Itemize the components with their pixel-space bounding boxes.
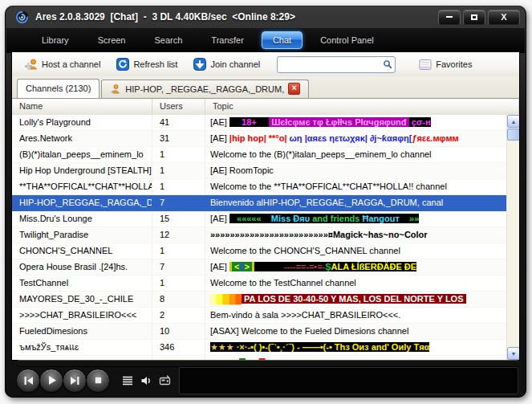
topic-segment: [AE] RoomTopic (210, 165, 274, 175)
channel-row[interactable]: Miss.Dru's Lounge15[AE] ««««« Miss Ðяυ a… (12, 211, 506, 227)
topic-segment: Welcome to the **THA**OFFICAL**CHAT**HOL… (210, 182, 447, 191)
next-button[interactable] (63, 369, 87, 393)
topic-segment: ----==-=•=- (254, 262, 325, 271)
channel-row[interactable]: CHONCH'S_CHANNEL1Welcome to the CHONCH'S… (12, 243, 506, 259)
channel-row[interactable]: FueledDimesions10[ASAX] Welcome to the F… (12, 324, 506, 340)
tab-screen[interactable]: Screen (87, 31, 137, 49)
channel-name: HIP-HOP,_REGGAE,_RAGGA,_DRUM, (12, 195, 152, 210)
play-button[interactable] (39, 369, 63, 393)
list-header: Name Users Topic (12, 99, 519, 116)
channel-row[interactable]: Hip Hop Underground [STEALTH]1[AE] RoomT… (12, 163, 506, 179)
topic-segment: Bienvenido alHIP-HOP,_REGGAE,_RAGGA,_DRU… (210, 198, 443, 207)
channel-topic: Welcome to the TestChannel channel (205, 275, 506, 291)
tab-transfer[interactable]: Transfer (200, 31, 255, 49)
volume-button[interactable] (140, 375, 152, 386)
radio-icon (159, 375, 171, 386)
player-progress-bar[interactable] (18, 360, 518, 367)
channel-row[interactable]: (B)(*)italan_peeps__eminem_lo1Welcome to… (12, 147, 506, 163)
topic-segment: ·×·-•( )•-(ˉ`•¸·´ˉ) - ——•(-• Thз Oиз and… (234, 342, 430, 352)
ares-window: Ares 2.0.8.3029 [Chat] - 3 DL 4.40KB/sec… (5, 6, 526, 398)
channel-row[interactable]: Opera House Brasil .[24]hs.7[AE] <0> ---… (12, 259, 506, 275)
nav-tabs: LibraryScreenSearchTransferChatControl P… (6, 28, 525, 53)
channel-users: 1 (152, 179, 205, 194)
topic-segment: »»»»»»»»»»»»»»»»»»»»»»»»¤Magick~has~no~C… (210, 230, 428, 239)
topic-segment: ƒяεε.мφмм (412, 133, 458, 143)
channel-row[interactable]: Ares.Network31[AE] |hip hop| **°o| ωη |α… (12, 131, 506, 147)
close-button[interactable]: X (488, 10, 520, 25)
topic-segment: █ (217, 294, 223, 304)
channel-topic: »»»»»»»»»»»»»»»»»»»»»»»»¤Magick~has~no~C… (205, 227, 506, 243)
host-channel-icon (24, 58, 38, 71)
minimize-button[interactable] (438, 10, 461, 25)
channel-list: Name Users Topic Lolly's Playground41[AE… (12, 98, 519, 360)
channel-search-input[interactable] (282, 59, 383, 70)
channel-users: 41 (152, 115, 205, 130)
topic-segment: > (245, 262, 252, 271)
column-header-users[interactable]: Users (152, 99, 205, 115)
channel-row[interactable]: **THA**OFFICAL**CHAT**HOLLA!!1Welcome to… (12, 179, 506, 195)
refresh-list-button[interactable]: Refresh list (111, 55, 183, 73)
join-channel-icon (193, 58, 206, 71)
tab-library[interactable]: Library (30, 31, 80, 49)
titlebar: Ares 2.0.8.3029 [Chat] - 3 DL 4.40KB/sec… (5, 6, 526, 28)
column-header-topic[interactable]: Topic (205, 99, 519, 115)
channel-users: 8 (152, 292, 205, 307)
channel-topic: Bem-vindo à sala >>>>CHAT_BRASILEIRO<<<. (205, 308, 506, 323)
channel-row[interactable]: HIP-HOP,_REGGAE,_RAGGA,_DRUM,7Bienvenido… (12, 195, 506, 211)
channel-row[interactable]: ъмъžЎѕ_тяѧแɛ346★★★ ·×·-•( )•-(ˉ`•¸·´ˉ) -… (12, 340, 506, 356)
topic-segment: Ş (325, 262, 331, 271)
play-icon (46, 374, 58, 386)
channel-name: MAYORES_DE_30_-_CHILE (12, 292, 152, 307)
channel-users: 10 (152, 324, 205, 339)
vertical-scrollbar[interactable]: ▲ ▼ (506, 115, 519, 360)
column-header-name[interactable]: Name (12, 99, 152, 115)
channel-users: 1 (152, 243, 205, 259)
channel-name: Miss.Dru's Lounge (12, 211, 152, 226)
favorites-button[interactable]: Favorites (413, 56, 477, 73)
channel-topic: [AE] 18+ Шєłcφмє тφ Łφłłчs Płαчgяφυnđ çσ… (205, 115, 506, 130)
radio-button[interactable] (159, 375, 171, 386)
topic-segment: Bem-vindo à sala >>>>CHAT_BRASILEIRO<<<. (210, 310, 400, 320)
stop-icon (93, 375, 104, 386)
channel-row[interactable]: Twilight_Paradise12»»»»»»»»»»»»»»»»»»»»»… (12, 227, 506, 243)
tab-channel-room[interactable]: HIP-HOP, _REGGAE,_RAGGA,_DRUM,× (101, 80, 309, 98)
tab-search[interactable]: Search (143, 31, 193, 49)
channel-users: 31 (152, 131, 205, 146)
channel-topic: Welcome to the CHONCH'S_CHANNEL channel (205, 243, 506, 259)
channel-topic: [AE] RoomTopic (205, 163, 506, 178)
next-icon (69, 375, 81, 386)
join-channel-button[interactable]: Join channel (188, 55, 266, 73)
channel-topic: [AE] <0> ----==-=•=-ŞALA ŁÍßERÐÄÐE ÐE (205, 259, 506, 275)
channel-topic: [AE] |hip hop| **°o| ωη |αяεs ηετωχяκ| ∂… (205, 131, 506, 146)
channel-users: 2 (152, 308, 205, 323)
player-bar (11, 360, 520, 394)
doc-tab-label: HIP-HOP, _REGGAE,_RAGGA,_DRUM, (125, 84, 284, 94)
close-tab-icon[interactable]: × (288, 83, 300, 95)
window-title: Ares 2.0.8.3029 [Chat] - 3 DL 4.40KB/sec… (35, 11, 438, 22)
channel-search-box (277, 56, 396, 73)
topic-segment: Welcome to the (B)(*)italan_peeps__emine… (210, 149, 432, 159)
previous-button[interactable] (16, 369, 40, 393)
scroll-thumb[interactable] (507, 129, 519, 141)
stop-button[interactable] (86, 369, 110, 393)
maximize-button[interactable] (463, 10, 485, 25)
channel-row[interactable]: MAYORES_DE_30_-_CHILE8█████ PA LOS DE 30… (12, 292, 506, 308)
host-channel-label: Host a channel (42, 59, 100, 69)
tab-chat[interactable]: Chat (262, 31, 303, 49)
channel-row[interactable]: >>>>CHAT_BRASILEIRO<<<2Bem-vindo à sala … (12, 308, 506, 324)
topic-segment: PA LOS DE 30-40-50 Y MAS, LOS DEL NORTE … (242, 294, 466, 304)
channel-topic: ★★★ ·×·-•( )•-(ˉ`•¸·´ˉ) - ——•(-• Thз Oиз… (205, 340, 506, 355)
search-icon[interactable] (383, 59, 392, 70)
tab-channels[interactable]: Channels (2130) (17, 79, 99, 98)
channel-row[interactable]: Lolly's Playground41[AE] 18+ Шєłcφмє тφ … (12, 115, 506, 131)
scroll-down-button[interactable]: ▼ (507, 347, 519, 360)
channel-row[interactable]: TestChannel1Welcome to the TestChannel c… (12, 275, 506, 292)
channel-users: 7 (152, 195, 205, 210)
scroll-up-button[interactable]: ▲ (507, 115, 519, 128)
playlist-button[interactable] (122, 376, 133, 386)
favorites-icon (419, 59, 432, 71)
host-channel-button[interactable]: Host a channel (18, 55, 106, 73)
tab-control-panel[interactable]: Control Panel (309, 31, 385, 49)
topic-segment: Welcome to the TestChannel channel (210, 278, 356, 288)
channel-name: Ares.Network (12, 131, 152, 146)
